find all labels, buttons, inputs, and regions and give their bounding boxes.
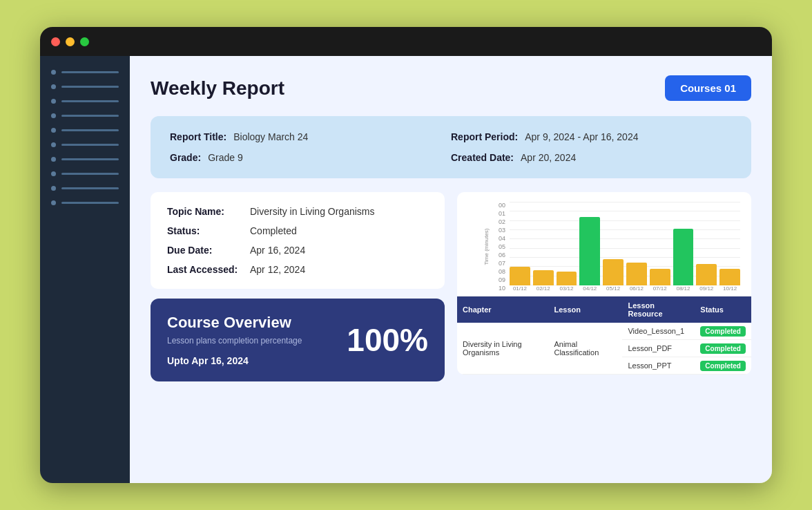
table-header: ChapterLessonLesson ResourceStatus (457, 296, 751, 323)
status-value: Completed (250, 225, 297, 236)
table-column-header: Chapter (457, 296, 548, 323)
y-axis-label: 04 (499, 235, 505, 242)
bar-group (626, 202, 647, 285)
y-axis-label: 05 (499, 243, 505, 250)
right-panel: Time (minutes) 1009080706050403020100 01… (457, 192, 751, 381)
chart-area: 1009080706050403020100 01/1202/1203/1204… (499, 202, 740, 292)
bar-yellow (557, 272, 577, 285)
app-window: Weekly Report Courses 01 Report Title: B… (40, 27, 772, 483)
sidebar (40, 56, 130, 483)
bar-yellow (510, 267, 530, 286)
sidebar-line (61, 187, 119, 189)
bar-group (557, 202, 577, 285)
titlebar (40, 27, 772, 56)
bar-yellow (696, 264, 717, 285)
bar-yellow (603, 259, 624, 286)
sidebar-item[interactable] (51, 70, 119, 75)
created-date-row: Created Date: Apr 20, 2024 (451, 152, 732, 163)
sidebar-item[interactable] (51, 84, 119, 89)
sidebar-dot (51, 84, 56, 89)
y-axis-label: 10 (499, 285, 505, 292)
bar-yellow (533, 270, 554, 285)
bar-green (579, 217, 600, 285)
close-button[interactable] (51, 37, 60, 46)
resource-cell: Lesson_PDF (622, 340, 695, 357)
bar-group (603, 202, 624, 285)
details-card: Topic Name: Diversity in Living Organism… (151, 192, 445, 289)
topic-name-row: Topic Name: Diversity in Living Organism… (167, 206, 428, 217)
sidebar-dot (51, 142, 56, 147)
report-title-value: Biology March 24 (233, 131, 308, 142)
status-cell: Completed (695, 340, 751, 357)
sidebar-dot (51, 157, 56, 162)
bars-wrapper (510, 202, 740, 285)
last-accessed-label: Last Accessed: (167, 264, 243, 275)
y-axis-label: 02 (499, 218, 505, 225)
y-axis-label: 08 (499, 268, 505, 275)
sidebar-line (61, 100, 119, 102)
sidebar-dot (51, 186, 56, 191)
sidebar-item[interactable] (51, 99, 119, 104)
bar-yellow (650, 269, 670, 285)
sidebar-line (61, 86, 119, 88)
table-row: Diversity in Living OrganismsAnimal Clas… (457, 323, 751, 340)
x-axis-label: 10/12 (719, 285, 740, 292)
x-axis-label: 08/12 (673, 285, 694, 292)
sidebar-item[interactable] (51, 186, 119, 191)
sidebar-dot (51, 99, 56, 104)
overview-card: Course Overview Lesson plans completion … (151, 299, 445, 381)
topic-name-value: Diversity in Living Organisms (250, 206, 375, 217)
sidebar-line (61, 173, 119, 175)
table-header-row: ChapterLessonLesson ResourceStatus (457, 296, 751, 323)
overview-percentage: 100% (347, 321, 428, 359)
sidebar-item[interactable] (51, 128, 119, 133)
sidebar-item[interactable] (51, 113, 119, 118)
courses-button[interactable]: Courses 01 (665, 75, 751, 101)
y-axis-label: 09 (499, 276, 505, 283)
x-axis-label: 05/12 (603, 285, 624, 292)
grade-label: Grade: (170, 152, 201, 163)
sidebar-item[interactable] (51, 171, 119, 176)
sidebar-item[interactable] (51, 142, 119, 147)
table-column-header: Status (695, 296, 751, 323)
x-axis-label: 04/12 (579, 285, 600, 292)
status-badge: Completed (700, 326, 746, 337)
created-date-value: Apr 20, 2024 (521, 152, 576, 163)
due-date-label: Due Date: (167, 245, 243, 256)
chart-y-axis: 1009080706050403020100 (499, 202, 510, 292)
chart-bars-area: 01/1202/1203/1204/1205/1206/1207/1208/12… (510, 202, 740, 292)
last-accessed-row: Last Accessed: Apr 12, 2024 (167, 264, 428, 275)
y-axis-label: 06 (499, 252, 505, 258)
sidebar-line (61, 129, 119, 131)
status-badge: Completed (700, 361, 746, 371)
main-content: Weekly Report Courses 01 Report Title: B… (130, 56, 772, 483)
sidebar-item[interactable] (51, 157, 119, 162)
window-body: Weekly Report Courses 01 Report Title: B… (40, 56, 772, 483)
bottom-section: Topic Name: Diversity in Living Organism… (151, 192, 751, 381)
chapter-cell: Diversity in Living Organisms (457, 323, 548, 375)
report-title-row: Report Title: Biology March 24 (170, 131, 451, 142)
maximize-button[interactable] (80, 37, 89, 46)
table-container: ChapterLessonLesson ResourceStatus Diver… (457, 296, 751, 375)
topic-name-label: Topic Name: (167, 206, 243, 217)
header-row: Weekly Report Courses 01 (151, 75, 751, 101)
sidebar-dot (51, 171, 56, 176)
sidebar-line (61, 115, 119, 117)
status-row: Status: Completed (167, 225, 428, 236)
report-period-row: Report Period: Apr 9, 2024 - Apr 16, 202… (451, 131, 732, 142)
bar-green (673, 229, 694, 286)
table-column-header: Lesson Resource (622, 296, 695, 323)
x-axis-label: 03/12 (557, 285, 577, 292)
sidebar-item[interactable] (51, 200, 119, 205)
lesson-cell: Animal Classification (548, 323, 622, 375)
status-badge: Completed (700, 343, 746, 354)
due-date-row: Due Date: Apr 16, 2024 (167, 245, 428, 256)
created-date-label: Created Date: (451, 152, 514, 163)
report-period-value: Apr 9, 2024 - Apr 16, 2024 (525, 131, 638, 142)
bar-group (510, 202, 530, 285)
x-axis-label: 09/12 (696, 285, 717, 292)
lesson-table: ChapterLessonLesson ResourceStatus Diver… (457, 296, 751, 375)
minimize-button[interactable] (66, 37, 75, 46)
chart-container: Time (minutes) 1009080706050403020100 01… (457, 192, 751, 296)
y-axis-label: 07 (499, 260, 505, 267)
